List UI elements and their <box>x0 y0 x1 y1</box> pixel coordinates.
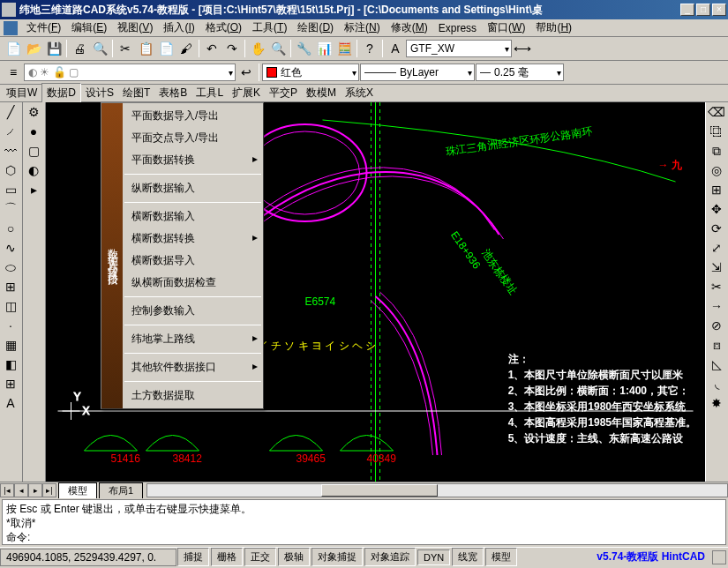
tab-layout1[interactable]: 布局1 <box>99 482 143 498</box>
tab-last[interactable]: ▸| <box>42 483 56 497</box>
xline-icon[interactable]: ⟋ <box>0 122 21 141</box>
spline-icon[interactable]: ∿ <box>0 238 21 258</box>
submenu-工具L[interactable]: 工具L <box>191 84 228 102</box>
array-icon[interactable]: ⊞ <box>706 180 727 199</box>
h4-icon[interactable]: ◐ <box>23 161 44 180</box>
tab-prev[interactable]: ◂ <box>14 483 28 497</box>
textstyle-icon[interactable]: A <box>386 39 405 58</box>
open-icon[interactable]: 📂 <box>24 39 43 58</box>
submenu-平交P[interactable]: 平交P <box>265 84 302 102</box>
maximize-button[interactable]: □ <box>696 4 710 16</box>
line-icon[interactable]: ╱ <box>0 102 21 122</box>
status-模型[interactable]: 模型 <box>485 548 517 566</box>
text-icon[interactable]: A <box>0 393 21 413</box>
new-icon[interactable]: 📄 <box>4 39 23 58</box>
erase-icon[interactable]: ⌫ <box>706 102 727 122</box>
status-对象追踪[interactable]: 对象追踪 <box>364 548 416 566</box>
menu-插入(I)[interactable]: 插入(I) <box>158 19 199 37</box>
tab-first[interactable]: |◂ <box>0 483 14 497</box>
status-线宽[interactable]: 线宽 <box>452 548 484 566</box>
extend-icon[interactable]: → <box>706 296 727 316</box>
linetype-combo[interactable]: ——— ByLayer <box>360 64 475 81</box>
tab-next[interactable]: ▸ <box>28 483 42 497</box>
h1-icon[interactable]: ⚙ <box>23 102 44 122</box>
copy-icon[interactable]: 📋 <box>136 39 155 58</box>
layer-manager-icon[interactable]: ≡ <box>4 63 23 82</box>
calc-icon[interactable]: 🧮 <box>334 39 354 58</box>
status-栅格[interactable]: 栅格 <box>211 548 243 566</box>
menuitem-平面数据转换[interactable]: 平面数据转换 <box>123 149 263 171</box>
menu-格式(O)[interactable]: 格式(O) <box>200 19 247 37</box>
menuitem-纵横断面数据检查[interactable]: 纵横断面数据检查 <box>123 272 263 294</box>
submenu-表格B[interactable]: 表格B <box>154 84 191 102</box>
status-极轴[interactable]: 极轴 <box>278 548 310 566</box>
menuitem-纵断数据输入[interactable]: 纵断数据输入 <box>123 177 263 199</box>
menu-帮助(H)[interactable]: 帮助(H) <box>530 19 577 37</box>
layer-prev-icon[interactable]: ↩ <box>236 63 256 82</box>
preview-icon[interactable]: 🔍 <box>90 39 109 58</box>
menuitem-横断数据输入[interactable]: 横断数据输入 <box>123 206 263 228</box>
color-combo[interactable]: 红色 <box>262 64 359 81</box>
menuitem-平面数据导入/导出[interactable]: 平面数据导入/导出 <box>123 105 263 127</box>
submenu-系统X[interactable]: 系统X <box>341 84 378 102</box>
dim-icon[interactable]: ⟷ <box>513 39 532 58</box>
menu-工具(T)[interactable]: 工具(T) <box>247 19 292 37</box>
block-icon[interactable]: ◫ <box>0 296 21 316</box>
arc-icon[interactable]: ⌒ <box>0 199 21 219</box>
copy2-icon[interactable]: ⿻ <box>706 122 727 141</box>
menuitem-其他软件数据接口[interactable]: 其他软件数据接口 <box>123 356 263 378</box>
tab-model[interactable]: 模型 <box>58 482 97 498</box>
pan-icon[interactable]: ✋ <box>248 39 267 58</box>
menu-修改(M)[interactable]: 修改(M) <box>386 19 433 37</box>
h5-icon[interactable]: ▸ <box>23 180 44 199</box>
help-icon[interactable]: ? <box>360 39 379 58</box>
mirror-icon[interactable]: ⧉ <box>706 141 727 161</box>
break-icon[interactable]: ⊘ <box>706 316 727 335</box>
submenu-绘图T[interactable]: 绘图T <box>118 84 154 102</box>
close-button[interactable]: × <box>712 4 726 16</box>
chamfer-icon[interactable]: ◺ <box>706 355 727 374</box>
polygon-icon[interactable]: ⬡ <box>0 161 21 180</box>
drawing-canvas[interactable]: 51416 38412 39465 40349 ツ サ ヘ イ チ ソ キ ヨ … <box>46 102 705 482</box>
lineweight-combo[interactable]: — 0.25 毫 <box>476 64 564 81</box>
status-DYN[interactable]: DYN <box>417 549 450 565</box>
submenu-设计S[interactable]: 设计S <box>81 84 118 102</box>
menu-窗口(W)[interactable]: 窗口(W) <box>482 19 530 37</box>
tray-icon[interactable] <box>712 550 726 564</box>
command-line[interactable]: 按 Esc 或 Enter 键退出，或单击右键显示快捷菜单。 *取消* 命令: <box>2 499 726 545</box>
zoom-icon[interactable]: 🔍 <box>268 39 288 58</box>
insert-icon[interactable]: ⊞ <box>0 277 21 296</box>
join-icon[interactable]: ⧈ <box>706 335 727 355</box>
rotate-icon[interactable]: ⟳ <box>706 219 727 238</box>
pline-icon[interactable]: 〰 <box>0 141 21 161</box>
menu-视图(V)[interactable]: 视图(V) <box>112 19 158 37</box>
hatch-icon[interactable]: ▦ <box>0 335 21 355</box>
menu-标注(N)[interactable]: 标注(N) <box>339 19 386 37</box>
ellipse-icon[interactable]: ⬭ <box>0 258 21 277</box>
region-icon[interactable]: ◧ <box>0 355 21 374</box>
layer-combo[interactable]: ◐ ☀ 🔓 ▢ <box>24 64 236 81</box>
move-icon[interactable]: ✥ <box>706 199 727 219</box>
hscrollbar[interactable] <box>146 483 728 497</box>
redo-icon[interactable]: ↷ <box>222 39 242 58</box>
point-icon[interactable]: · <box>0 316 21 335</box>
menuitem-纬地掌上路线[interactable]: 纬地掌上路线 <box>123 328 263 350</box>
textstyle-combo[interactable]: GTF_XW <box>406 40 512 57</box>
cut-icon[interactable]: ✂ <box>116 39 135 58</box>
prop-icon[interactable]: 📊 <box>314 39 334 58</box>
offset-icon[interactable]: ◎ <box>706 161 727 180</box>
menuitem-横断数据导入[interactable]: 横断数据导入 <box>123 250 263 272</box>
h3-icon[interactable]: ▢ <box>23 141 44 161</box>
trim-icon[interactable]: ✂ <box>706 277 727 296</box>
menuitem-横断数据转换[interactable]: 横断数据转换 <box>123 228 263 250</box>
submenu-扩展K[interactable]: 扩展K <box>228 84 265 102</box>
tool-icon[interactable]: 🔧 <box>294 39 313 58</box>
save-icon[interactable]: 💾 <box>44 39 64 58</box>
menu-编辑(E)[interactable]: 编辑(E) <box>66 19 112 37</box>
menu-绘图(D)[interactable]: 绘图(D) <box>292 19 339 37</box>
scale-icon[interactable]: ⤢ <box>706 238 727 258</box>
rect-icon[interactable]: ▭ <box>0 180 21 199</box>
coords-panel[interactable]: 496904.1085, 2529439.4297, 0. <box>0 549 176 566</box>
match-icon[interactable]: 🖌 <box>176 39 196 58</box>
status-对象捕捉[interactable]: 对象捕捉 <box>311 548 363 566</box>
